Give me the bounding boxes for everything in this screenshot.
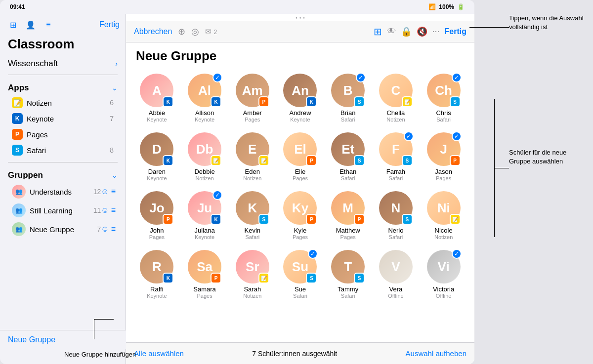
student-card-abbie[interactable]: AKAbbieKeynote [134,72,180,124]
abbrechen-button[interactable]: Abbrechen [134,27,172,36]
student-name: Matthew [336,227,360,234]
student-app-badge: 📝 [211,155,221,166]
sidebar-fertig-button[interactable]: Fertig [99,20,120,29]
pages-icon: P [12,129,23,140]
understands-actions: ☺ ≡ [101,187,118,196]
student-selected-badge: ✓ [452,73,462,82]
understands-menu-btn[interactable]: ≡ [111,187,116,196]
neue-gruppe-menu-btn[interactable]: ≡ [111,225,116,234]
student-app-badge: K [163,273,173,283]
understands-emoji-btn[interactable]: ☺ [101,187,109,196]
neue-gruppe-emoji-btn[interactable]: ☺ [101,225,109,234]
gruppen-section-header[interactable]: Gruppen ⌄ [8,168,118,182]
student-card-kyle[interactable]: KyPKylePages [277,189,323,242]
student-avatar-wrapper: RK [140,250,173,283]
student-card-kevin[interactable]: KSKevinSafari [229,189,275,242]
student-app-label: Safari [293,293,307,299]
student-card-andrew[interactable]: AnKAndrewKeynote [277,72,323,124]
divider-2 [8,162,118,162]
student-card-raffi[interactable]: RKRaffiKeynote [134,248,180,301]
student-app-badge: P [306,155,317,166]
student-app-label: Pages [245,117,260,122]
student-app-label: Safari [245,234,259,240]
student-card-nicole[interactable]: Ni📝NicoleNotizen [421,189,466,242]
sidebar-list-icon[interactable]: ≡ [42,18,55,32]
student-card-tammy[interactable]: TSTammySafari [325,248,371,301]
notizen-icon: 📝 [12,97,23,108]
student-card-chella[interactable]: C📝ChellaNotizen [373,72,419,124]
student-card-elie[interactable]: ElPEliePages [277,130,323,183]
group-item-neue-gruppe[interactable]: 👥 Neue Gruppe 7 ☺ ≡ [8,220,118,239]
student-avatar-wrapper: BS✓ [331,74,365,107]
group-item-still-learning[interactable]: 👥 Still Learning 11 ☺ ≡ [8,201,118,220]
grid-icon: ⊞ [374,26,382,38]
battery-display: 100% [439,3,454,10]
student-card-nerio[interactable]: NSNerioSafari [373,189,419,242]
still-learning-menu-btn[interactable]: ≡ [111,206,116,215]
student-card-debbie[interactable]: Db📝DebbieNotizen [182,130,228,183]
student-app-badge: S [354,155,365,166]
student-card-brian[interactable]: BS✓BrianSafari [325,72,371,124]
student-card-eden[interactable]: E📝EdenNotizen [229,130,275,183]
top-dots: ●●● [126,14,474,21]
apps-section-header[interactable]: Apps ⌄ [8,81,118,95]
student-app-label: Safari [341,175,355,181]
student-card-sue[interactable]: SuS✓SueSafari [277,248,323,301]
sidebar-item-pages[interactable]: P Pages [8,126,118,142]
layers-icon: ⊕ [178,26,185,37]
student-card-victoria[interactable]: Vi✓VictoriaOffline [421,248,466,301]
student-app-badge: S [354,96,365,107]
student-card-juliana[interactable]: JuK✓JulianaKeynote [182,189,228,242]
student-card-chris[interactable]: ChS✓ChrisSafari [421,72,466,124]
sidebar-toggle-icon[interactable]: ⊞ [6,18,20,32]
student-app-badge: P [450,155,461,166]
student-app-label: Safari [341,117,355,122]
understands-count: 12 [93,188,101,196]
student-app-label: Keynote [195,234,214,240]
sidebar-item-notizen[interactable]: 📝 Notizen 6 [8,95,118,111]
neue-gruppe-button[interactable]: Neue Gruppe [0,330,126,349]
group-item-understands[interactable]: 👥 Understands 12 ☺ ≡ [8,182,118,201]
student-card-matthew[interactable]: MPMatthewPages [325,189,371,242]
sidebar-item-safari[interactable]: S Safari 8 [8,142,118,158]
alle-auswaehlen-button[interactable]: Alle auswählen [134,349,184,358]
panel-top-bar: Abbrechen ⊕ ◎ ✉ 2 ⊞ 👁 🔒 🔇 ··· Fertig [126,21,474,42]
notizen-label: Notizen [27,99,110,107]
student-app-label: Notizen [386,117,405,122]
callout-top-right: Tippen, wenn die Auswahl vollständig ist [509,14,588,32]
student-card-sarah[interactable]: Sr📝SarahNotizen [229,248,275,301]
student-app-label: Keynote [195,117,214,122]
still-learning-emoji-btn[interactable]: ☺ [101,206,109,215]
sidebar-people-icon[interactable]: 👤 [24,18,38,32]
student-card-jason[interactable]: JP✓JasonPages [421,130,466,183]
neue-gruppe-avatar: 👥 [12,222,26,236]
student-app-badge: P [306,214,317,225]
student-app-label: Keynote [147,175,167,181]
student-app-badge: S [258,214,269,225]
auswahl-aufheben-button[interactable]: Auswahl aufheben [406,349,466,358]
wissenschaft-row[interactable]: Wissenschaft › [0,56,126,72]
sidebar: ⊞ 👤 ≡ Fertig Classroom Wissenschaft › Ap… [0,14,126,364]
sidebar-item-keynote[interactable]: K Keynote 7 [8,111,118,126]
student-selected-badge: ✓ [404,131,414,141]
student-avatar-wrapper: EtS [331,132,365,166]
student-name: Farrah [386,168,405,175]
student-app-badge: K [163,96,173,107]
student-card-samara[interactable]: SaPSamaraPages [182,248,228,301]
student-app-badge: 📝 [450,214,461,225]
student-card-ethan[interactable]: EtSEthanSafari [325,130,371,183]
student-card-daren[interactable]: DKDarenKeynote [134,130,180,183]
student-avatar-wrapper: AK [140,74,173,107]
student-card-allison[interactable]: AlK✓AllisonKeynote [182,72,228,124]
panel-fertig-button[interactable]: Fertig [445,27,466,36]
student-card-vera[interactable]: VVeraOffline [373,248,419,301]
student-app-badge: K [211,96,221,107]
student-app-label: Safari [341,293,355,299]
student-app-label: Notizen [434,234,453,240]
student-card-john[interactable]: JoPJohnPages [134,189,180,242]
status-time: 09:41 [10,3,25,10]
apps-section-title: Apps [8,83,29,93]
student-card-farrah[interactable]: FS✓FarrahSafari [373,130,419,183]
student-card-amber[interactable]: AmPAmberPages [229,72,275,124]
student-selected-badge: ✓ [212,73,222,82]
